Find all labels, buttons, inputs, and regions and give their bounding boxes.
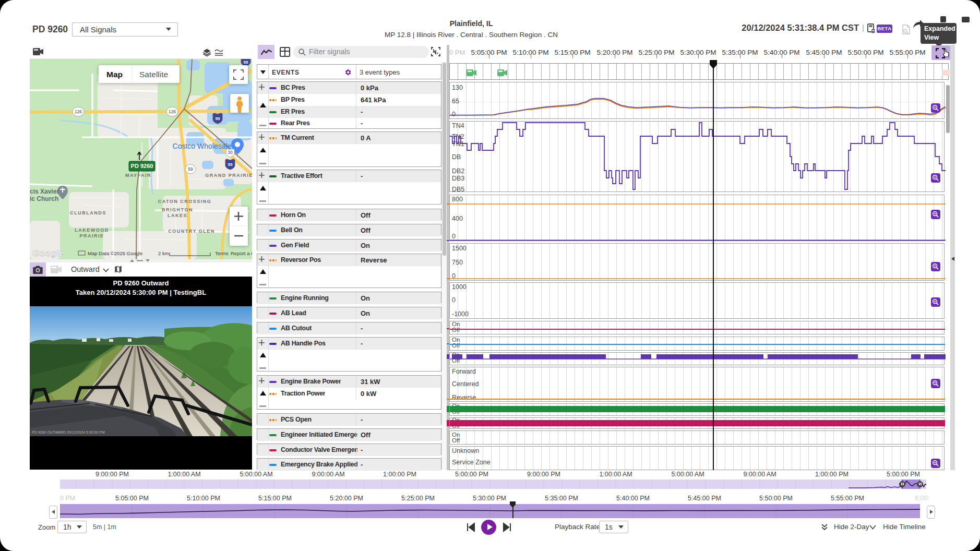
svg-text:cis Xavier: cis Xavier <box>30 188 59 195</box>
svg-text:LAKES: LAKES <box>168 213 187 218</box>
svg-text:59: 59 <box>188 166 193 172</box>
svg-text:CLUBLANDS: CLUBLANDS <box>70 210 106 215</box>
svg-text:PRAIRIE: PRAIRIE <box>79 233 104 238</box>
svg-text:BRIGHTON: BRIGHTON <box>162 207 193 212</box>
svg-text:LAKEWOOD: LAKEWOOD <box>75 227 109 233</box>
svg-text:55: 55 <box>244 60 248 65</box>
svg-text:2 km: 2 km <box>158 250 169 256</box>
svg-text:Costco Wholesale: Costco Wholesale <box>173 142 232 150</box>
svg-text:GRAND PRAIRIE: GRAND PRAIRIE <box>205 173 252 178</box>
svg-text:55: 55 <box>228 162 233 167</box>
svg-text:PD 9260: PD 9260 <box>131 163 153 169</box>
svg-text:Satellite: Satellite <box>139 70 168 79</box>
svg-text:CATON CROSSING: CATON CROSSING <box>158 199 212 204</box>
svg-text:Map Data ©2025 Google: Map Data ©2025 Google <box>88 250 142 256</box>
svg-text:Terms: Terms <box>215 250 229 256</box>
svg-text:126: 126 <box>75 109 82 114</box>
svg-text:COUNTRY GLEN: COUNTRY GLEN <box>168 229 215 234</box>
svg-text:ic Church: ic Church <box>30 195 58 202</box>
svg-text:126: 126 <box>169 109 176 114</box>
svg-text:Google: Google <box>32 248 65 258</box>
svg-text:55: 55 <box>216 116 220 121</box>
svg-text:30: 30 <box>228 150 233 155</box>
svg-text:MAYFAIR: MAYFAIR <box>125 173 151 178</box>
svg-text:PD 9260 OUTWARD 20/12/2024 5:3: PD 9260 OUTWARD 20/12/2024 5:30:00 PM <box>32 430 105 434</box>
svg-text:Map: Map <box>106 70 123 79</box>
svg-text:Report a map error: Report a map error <box>231 250 252 256</box>
